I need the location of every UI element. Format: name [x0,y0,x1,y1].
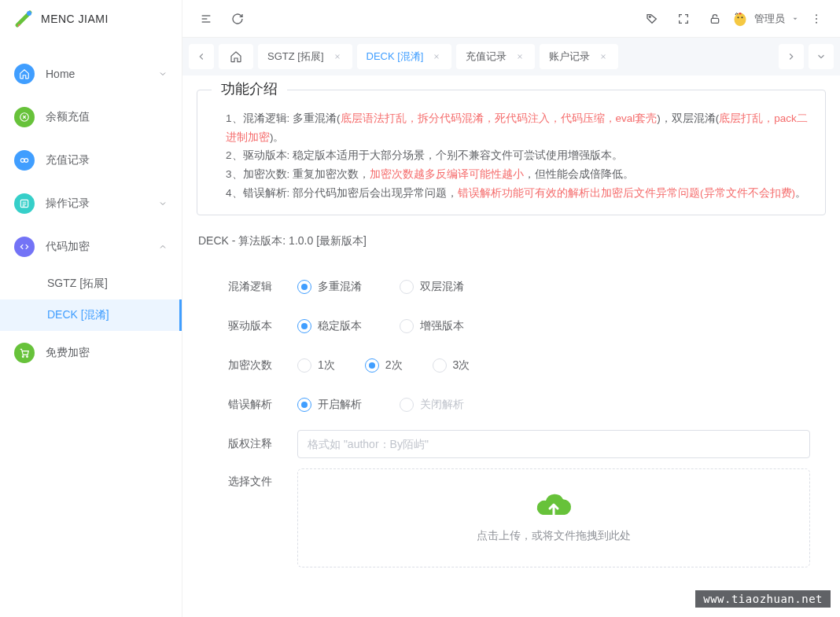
sidebar-subitem-sgtz[interactable]: SGTZ [拓展] [0,268,182,299]
tag-button[interactable] [638,5,666,33]
label-copyright: 版权注释 [228,437,286,451]
sidebar-item-label: Home [46,68,158,80]
close-icon[interactable] [431,51,442,62]
chevron-down-icon [158,199,168,208]
svg-marker-16 [794,17,798,20]
sidebar-item-recharge[interactable]: 余额充值 [0,95,182,138]
svg-point-2 [20,158,24,162]
label-file: 选择文件 [228,468,286,489]
upload-hint: 点击上传，或将文件拖拽到此处 [477,529,631,543]
sidebar-item-label: 充值记录 [46,153,168,167]
chevron-down-icon [791,15,799,23]
sidebar-subitem-deck[interactable]: DECK [混淆] [0,299,182,331]
more-button[interactable] [802,5,831,33]
svg-point-6 [27,355,28,357]
cart-icon [14,343,35,363]
tab-label: DECK [混淆] [367,50,424,64]
lock-button[interactable] [701,5,729,33]
user-name: 管理员 [754,12,785,26]
refresh-button[interactable] [223,5,252,33]
tab-label: 账户记录 [549,50,590,64]
logo-icon [14,9,33,28]
svg-point-14 [742,17,743,18]
user-menu[interactable]: 管理员 [732,11,799,27]
close-icon[interactable] [598,51,609,62]
sidebar-item-recharge-log[interactable]: 充值记录 [0,138,182,182]
radio-driver-enhanced[interactable]: 增强版本 [400,319,464,333]
sidebar-item-label: 余额充值 [46,110,168,124]
svg-point-3 [24,158,28,162]
sidebar-item-operation-log[interactable]: 操作记录 [0,182,182,225]
chevron-up-icon [158,242,168,252]
radio-error-off[interactable]: 关闭解析 [400,398,464,412]
collapse-sidebar-button[interactable] [192,5,220,33]
radio-driver-stable[interactable]: 稳定版本 [297,319,362,333]
svg-point-0 [27,11,31,16]
code-icon [14,237,35,257]
intro-line-4: 4、错误解析: 部分代码加密后会出现异常问题，错误解析功能可有效的解析出加密后文… [212,184,811,203]
intro-line-3: 3、加密次数: 重复加密次数，加密次数越多反编译可能性越小，但性能会成倍降低。 [212,165,811,184]
tab-sgtz[interactable]: SGTZ [拓展] [258,44,352,69]
sidebar-item-home[interactable]: Home [0,52,182,95]
label-logic: 混淆逻辑 [228,280,286,294]
watermark: www.tiaozhuan.net [695,590,831,608]
sidebar-item-label: 免费加密 [46,346,168,360]
fullscreen-button[interactable] [669,5,698,33]
radio-error-on[interactable]: 开启解析 [297,398,362,412]
radio-times-3[interactable]: 3次 [433,358,470,373]
label-error: 错误解析 [228,398,286,412]
tab-deck[interactable]: DECK [混淆] [357,44,452,69]
label-times: 加密次数 [228,358,286,373]
chevron-down-icon [158,69,168,79]
recharge-icon [14,107,35,127]
svg-point-12 [735,13,746,26]
radio-times-2[interactable]: 2次 [365,358,403,373]
svg-point-13 [738,17,739,18]
svg-rect-11 [711,18,718,23]
radio-logic-double[interactable]: 双层混淆 [400,280,464,294]
svg-point-19 [816,21,817,23]
app-title: MENC JIAMI [41,13,109,25]
log-icon [14,193,35,214]
intro-line-2: 2、驱动版本: 稳定版本适用于大部分场景，个别不兼容文件可尝试使用增强版本。 [212,146,811,165]
close-icon[interactable] [514,51,525,62]
tabs-next-button[interactable] [779,44,804,69]
sidebar-item-label: 操作记录 [46,196,158,211]
radio-times-1[interactable]: 1次 [297,358,335,373]
version-text: DECK - 算法版本: 1.0.0 [最新版本] [197,234,826,248]
close-icon[interactable] [332,51,343,62]
user-avatar-icon [732,11,748,27]
sidebar-item-code-encrypt[interactable]: 代码加密 [0,225,182,268]
label-driver: 驱动版本 [228,319,286,333]
copyright-input[interactable] [297,430,810,458]
tab-account-log[interactable]: 账户记录 [540,44,618,69]
tab-label: 充值记录 [466,50,507,64]
intro-title: 功能介绍 [212,79,287,98]
logo-area: MENC JIAMI [0,0,182,38]
home-icon [14,64,35,84]
sidebar-item-free-encrypt[interactable]: 免费加密 [0,331,182,374]
tab-recharge-log[interactable]: 充值记录 [456,44,535,69]
svg-point-10 [649,16,650,17]
svg-point-5 [22,355,24,357]
sidebar-item-label: 代码加密 [46,240,158,254]
record-icon [14,150,35,171]
tabs-dropdown-button[interactable] [809,44,834,69]
cloud-upload-icon [535,493,573,521]
svg-point-17 [816,14,817,16]
file-upload-area[interactable]: 点击上传，或将文件拖拽到此处 [297,468,810,567]
svg-point-18 [816,18,817,20]
tabs-prev-button[interactable] [189,44,214,69]
svg-point-15 [739,13,741,15]
intro-panel: 功能介绍 1、混淆逻辑: 多重混淆(底层语法打乱，拆分代码混淆，死代码注入，代码… [197,90,826,215]
tab-label: SGTZ [拓展] [267,50,324,64]
tab-home[interactable] [219,44,253,69]
intro-line-1: 1、混淆逻辑: 多重混淆(底层语法打乱，拆分代码混淆，死代码注入，代码压缩，ev… [212,109,811,146]
radio-logic-multi[interactable]: 多重混淆 [297,280,362,294]
